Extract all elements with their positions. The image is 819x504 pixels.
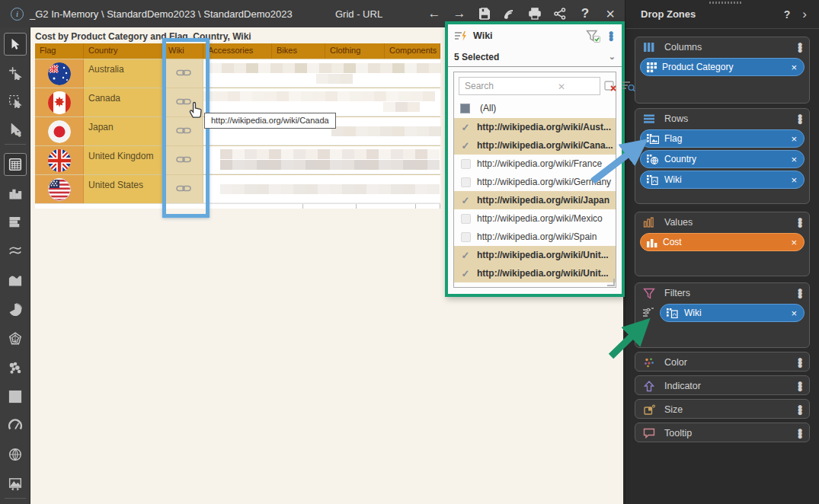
save-icon[interactable]	[476, 5, 493, 22]
filter-item[interactable]: http://wikipedia.org/wiki/Germany	[454, 173, 616, 191]
field-pill-wiki[interactable]: Wiki×	[640, 171, 805, 189]
line-chart-visual-icon[interactable]	[4, 240, 27, 263]
filters-zone[interactable]: Filters ●●● Wiki×	[635, 282, 810, 348]
filter-applied-icon[interactable]	[586, 30, 600, 43]
wiki-link-cell[interactable]	[164, 146, 203, 174]
filter-item[interactable]: http://wikipedia.org/wiki/France	[454, 155, 616, 173]
selected-summary-dropdown[interactable]: 5 Selected ⌄	[448, 47, 622, 67]
feed-icon[interactable]	[501, 5, 518, 22]
data-point-select-tool-icon[interactable]	[4, 119, 27, 142]
gauge-visual-icon[interactable]	[4, 414, 27, 437]
checked-checkbox-icon[interactable]: ✓	[462, 250, 470, 261]
column-header-wiki[interactable]: Wiki	[164, 43, 203, 59]
help-icon[interactable]: ?	[577, 5, 593, 22]
rows-zone[interactable]: Rows ●●● Flag×Country×Wiki×	[635, 108, 810, 204]
column-header-country[interactable]: Country	[84, 43, 164, 59]
grid-row-au[interactable]: Australia	[35, 59, 440, 88]
indicator-zone[interactable]: Indicator●●●	[635, 375, 810, 395]
remove-field-icon[interactable]: ×	[791, 154, 797, 165]
column-header-components[interactable]: Components	[385, 43, 440, 59]
marquee-select-tool-icon[interactable]	[4, 90, 27, 113]
grid-row-us[interactable]: United States	[35, 174, 440, 203]
filter-item[interactable]: ✓http://wikipedia.org/wiki/Unit...	[454, 264, 616, 282]
select-tool-icon[interactable]	[4, 33, 27, 56]
unchecked-checkbox-icon[interactable]	[461, 214, 471, 224]
filter-item[interactable]: ✓http://wikipedia.org/wiki/Cana...	[454, 136, 616, 155]
filter-options-icon[interactable]	[641, 307, 655, 319]
row-chart-visual-icon[interactable]	[4, 211, 27, 234]
color-zone[interactable]: Color●●●	[635, 352, 810, 372]
scatter-chart-visual-icon[interactable]	[4, 356, 27, 379]
panel-help-icon[interactable]: ?	[784, 8, 791, 21]
unchecked-checkbox-icon[interactable]	[461, 159, 471, 169]
pie-chart-visual-icon[interactable]	[4, 298, 27, 321]
remove-field-icon[interactable]: ×	[791, 308, 797, 319]
column-header-accessories[interactable]: Accessories	[203, 43, 272, 59]
treemap-visual-icon[interactable]	[4, 385, 27, 408]
wiki-link-cell[interactable]	[164, 59, 203, 88]
column-header-clothing[interactable]: Clothing	[325, 43, 385, 59]
field-pill-flag[interactable]: Flag×	[640, 129, 805, 148]
remove-field-icon[interactable]: ×	[791, 62, 797, 73]
remove-field-icon[interactable]: ×	[791, 237, 797, 248]
values-zone[interactable]: Values ●●● Cost×	[635, 212, 810, 276]
grid-row-gb[interactable]: United Kingdom	[35, 145, 440, 174]
filter-popup-menu-icon[interactable]: ●●●	[606, 31, 616, 40]
tooltip-menu-icon[interactable]: ●●●	[795, 429, 805, 438]
close-icon[interactable]: ×	[602, 5, 619, 22]
filter-item[interactable]: http://wikipedia.org/wiki/Mexico	[454, 209, 616, 228]
bar-chart-visual-icon[interactable]	[4, 182, 27, 205]
remove-field-icon[interactable]: ×	[791, 133, 797, 145]
checked-checkbox-icon[interactable]: ✓	[462, 195, 470, 206]
search-in-list-icon[interactable]	[622, 78, 635, 94]
column-header-flag[interactable]: Flag	[35, 43, 84, 59]
print-icon[interactable]	[526, 5, 543, 22]
indicator-menu-icon[interactable]: ●●●	[795, 381, 805, 391]
columns-zone[interactable]: Columns ●●● Product Category×	[635, 37, 810, 104]
radar-chart-visual-icon[interactable]	[4, 327, 27, 350]
column-header-bikes[interactable]: Bikes	[272, 43, 325, 59]
columns-icon	[643, 42, 655, 53]
panel-drag-handle[interactable]	[709, 2, 743, 4]
area-chart-visual-icon[interactable]	[4, 269, 27, 292]
clear-filter-icon[interactable]	[604, 78, 618, 94]
field-pill-wiki[interactable]: Wiki×	[660, 304, 805, 322]
unchecked-checkbox-icon[interactable]	[461, 232, 471, 242]
checked-checkbox-icon[interactable]: ✓	[462, 122, 470, 133]
checked-checkbox-icon[interactable]: ✓	[462, 140, 470, 152]
back-button[interactable]: ←	[426, 5, 443, 22]
indeterminate-checkbox-icon[interactable]	[460, 104, 470, 113]
filter-item[interactable]: ✓http://wikipedia.org/wiki/Unit...	[454, 246, 616, 264]
values-menu-icon[interactable]: ●●●	[795, 218, 805, 227]
forward-button[interactable]: →	[451, 5, 468, 22]
grid-visual-icon[interactable]	[4, 153, 27, 176]
checked-checkbox-icon[interactable]: ✓	[462, 268, 470, 279]
resize-grip[interactable]	[607, 279, 615, 286]
panel-collapse-icon[interactable]: ›	[802, 7, 807, 22]
field-pill-product-category[interactable]: Product Category×	[640, 58, 805, 76]
map-visual-icon[interactable]	[4, 443, 27, 466]
tooltip-zone[interactable]: Tooltip●●●	[635, 423, 810, 442]
select-all-row[interactable]: (All)	[454, 98, 616, 118]
rows-menu-icon[interactable]: ●●●	[795, 114, 805, 123]
search-clear-icon[interactable]: ✕	[558, 81, 565, 92]
field-pill-country[interactable]: Country×	[640, 150, 805, 168]
filter-item[interactable]: http://wikipedia.org/wiki/Spain	[454, 228, 616, 246]
size-zone[interactable]: Size●●●	[635, 399, 810, 419]
point-select-tool-icon[interactable]	[4, 62, 27, 85]
info-icon[interactable]: i	[11, 8, 24, 21]
search-input[interactable]	[459, 77, 600, 95]
share-icon[interactable]	[552, 5, 568, 22]
custom-image-visual-icon[interactable]	[4, 472, 27, 495]
filter-item[interactable]: ✓http://wikipedia.org/wiki/Aust...	[454, 118, 616, 136]
wiki-link-cell[interactable]	[164, 175, 203, 203]
filters-menu-icon[interactable]: ●●●	[795, 289, 805, 298]
field-pill-cost[interactable]: Cost×	[640, 233, 805, 251]
rows-label: Rows	[664, 113, 795, 124]
unchecked-checkbox-icon[interactable]	[461, 177, 471, 187]
size-menu-icon[interactable]: ●●●	[795, 405, 805, 414]
columns-menu-icon[interactable]: ●●●	[795, 43, 805, 52]
remove-field-icon[interactable]: ×	[791, 174, 797, 186]
filter-item[interactable]: ✓http://wikipedia.org/wiki/Japan	[454, 191, 616, 209]
color-menu-icon[interactable]: ●●●	[795, 358, 805, 367]
